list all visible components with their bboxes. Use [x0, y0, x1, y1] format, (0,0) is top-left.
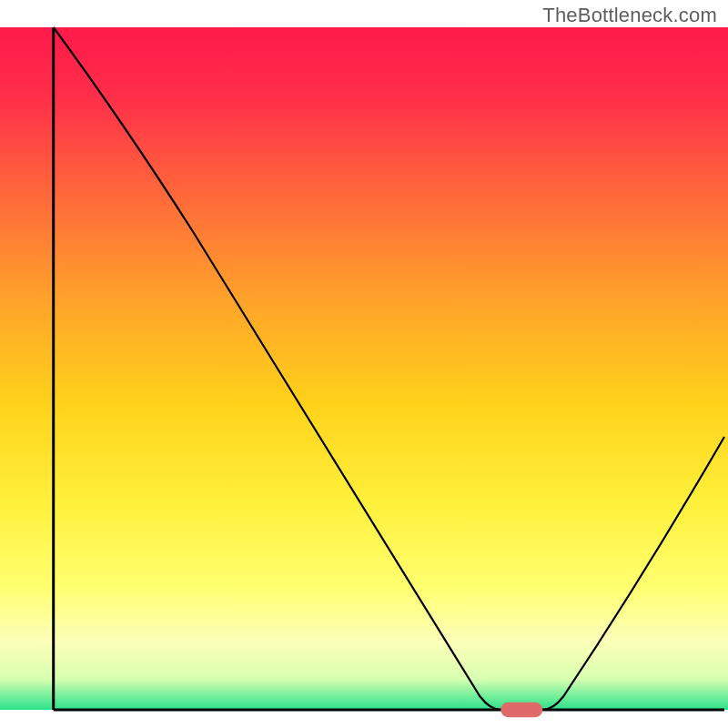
gradient-background: [0, 27, 728, 710]
chart-container: [0, 0, 728, 728]
watermark-text: TheBottleneck.com: [542, 4, 717, 27]
bottleneck-chart: [0, 0, 728, 728]
optimal-marker: [500, 703, 542, 718]
